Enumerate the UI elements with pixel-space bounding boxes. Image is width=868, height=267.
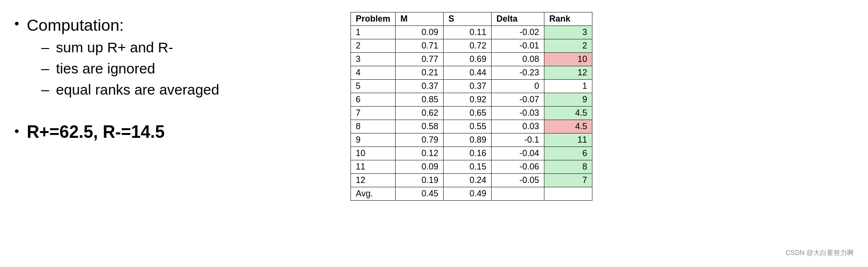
cell-s: 0.55: [444, 120, 492, 134]
cell-delta: -0.23: [492, 66, 544, 80]
cell-s: 0.89: [444, 134, 492, 147]
computation-label: Computation:: [27, 16, 124, 34]
cell-m: 0.71: [396, 39, 444, 53]
cell-delta: -0.04: [492, 147, 544, 160]
formula-text: R+=62.5, R-=14.5: [27, 122, 165, 142]
cell-delta: 0.03: [492, 120, 544, 134]
cell-rank: 12: [544, 66, 592, 80]
cell-problem: 10: [351, 147, 396, 160]
table-row: 11 0.09 0.15 -0.06 8: [351, 160, 592, 174]
dash-3: –: [41, 82, 49, 98]
cell-rank: 10: [544, 53, 592, 66]
cell-m: 0.21: [396, 66, 444, 80]
cell-problem: 1: [351, 26, 396, 39]
cell-s: 0.16: [444, 147, 492, 160]
sub-item-1-text: sum up R+ and R-: [56, 39, 173, 56]
cell-rank: 6: [544, 147, 592, 160]
cell-m: 0.79: [396, 134, 444, 147]
table-row: 2 0.71 0.72 -0.01 2: [351, 39, 592, 53]
table-row: 6 0.85 0.92 -0.07 9: [351, 93, 592, 107]
footer-m: 0.45: [396, 187, 444, 201]
cell-m: 0.19: [396, 174, 444, 187]
table-row: 8 0.58 0.55 0.03 4.5: [351, 120, 592, 134]
dash-2: –: [41, 61, 49, 77]
cell-delta: 0.08: [492, 53, 544, 66]
cell-m: 0.37: [396, 80, 444, 93]
table-footer-row: Avg. 0.45 0.49: [351, 187, 592, 201]
cell-problem: 5: [351, 80, 396, 93]
cell-delta: -0.02: [492, 26, 544, 39]
footer-label: Avg.: [351, 187, 396, 201]
cell-m: 0.77: [396, 53, 444, 66]
cell-m: 0.58: [396, 120, 444, 134]
cell-s: 0.24: [444, 174, 492, 187]
formula-bullet: • R+=62.5, R-=14.5: [14, 122, 350, 142]
sub-item-3-text: equal ranks are averaged: [56, 82, 219, 98]
cell-s: 0.65: [444, 107, 492, 120]
sub-item-2: – ties are ignored: [41, 61, 219, 77]
cell-rank: 1: [544, 80, 592, 93]
table-row: 4 0.21 0.44 -0.23 12: [351, 66, 592, 80]
footer-rank: [544, 187, 592, 201]
cell-problem: 8: [351, 120, 396, 134]
watermark: CSDN @大白要努力啊: [785, 249, 854, 257]
cell-problem: 7: [351, 107, 396, 120]
table-row: 1 0.09 0.11 -0.02 3: [351, 26, 592, 39]
cell-m: 0.62: [396, 107, 444, 120]
cell-m: 0.09: [396, 160, 444, 174]
header-delta: Delta: [492, 12, 544, 26]
cell-delta: -0.07: [492, 93, 544, 107]
cell-s: 0.92: [444, 93, 492, 107]
cell-problem: 9: [351, 134, 396, 147]
header-s: S: [444, 12, 492, 26]
header-rank: Rank: [544, 12, 592, 26]
table-row: 12 0.19 0.24 -0.05 7: [351, 174, 592, 187]
cell-delta: -0.06: [492, 160, 544, 174]
footer-delta: [492, 187, 544, 201]
data-table: Problem M S Delta Rank 1 0.09 0.11 -0.02…: [350, 12, 592, 201]
sub-item-2-text: ties are ignored: [56, 61, 156, 77]
cell-s: 0.72: [444, 39, 492, 53]
computation-bullet: • Computation: – sum up R+ and R- – ties…: [14, 14, 350, 103]
cell-s: 0.15: [444, 160, 492, 174]
cell-rank: 3: [544, 26, 592, 39]
cell-delta: -0.03: [492, 107, 544, 120]
cell-rank: 4.5: [544, 107, 592, 120]
cell-problem: 2: [351, 39, 396, 53]
cell-delta: -0.01: [492, 39, 544, 53]
sub-item-3: – equal ranks are averaged: [41, 82, 219, 98]
sub-item-1: – sum up R+ and R-: [41, 39, 219, 56]
cell-delta: 0: [492, 80, 544, 93]
cell-rank: 4.5: [544, 120, 592, 134]
cell-s: 0.44: [444, 66, 492, 80]
cell-delta: -0.1: [492, 134, 544, 147]
cell-s: 0.37: [444, 80, 492, 93]
cell-s: 0.69: [444, 53, 492, 66]
cell-rank: 9: [544, 93, 592, 107]
table-row: 3 0.77 0.69 0.08 10: [351, 53, 592, 66]
cell-problem: 6: [351, 93, 396, 107]
sub-items: – sum up R+ and R- – ties are ignored – …: [41, 39, 219, 98]
cell-rank: 7: [544, 174, 592, 187]
cell-rank: 11: [544, 134, 592, 147]
cell-s: 0.11: [444, 26, 492, 39]
table-row: 10 0.12 0.16 -0.04 6: [351, 147, 592, 160]
cell-problem: 12: [351, 174, 396, 187]
cell-problem: 11: [351, 160, 396, 174]
dash-1: –: [41, 39, 49, 56]
right-panel: Problem M S Delta Rank 1 0.09 0.11 -0.02…: [350, 10, 854, 201]
cell-m: 0.12: [396, 147, 444, 160]
header-problem: Problem: [351, 12, 396, 26]
cell-m: 0.85: [396, 93, 444, 107]
cell-problem: 3: [351, 53, 396, 66]
bullet-dot-2: •: [14, 123, 19, 139]
table-row: 7 0.62 0.65 -0.03 4.5: [351, 107, 592, 120]
bullet-dot-1: •: [14, 15, 19, 32]
cell-delta: -0.05: [492, 174, 544, 187]
table-row: 5 0.37 0.37 0 1: [351, 80, 592, 93]
cell-rank: 8: [544, 160, 592, 174]
cell-m: 0.09: [396, 26, 444, 39]
footer-s: 0.49: [444, 187, 492, 201]
table-row: 9 0.79 0.89 -0.1 11: [351, 134, 592, 147]
cell-rank: 2: [544, 39, 592, 53]
